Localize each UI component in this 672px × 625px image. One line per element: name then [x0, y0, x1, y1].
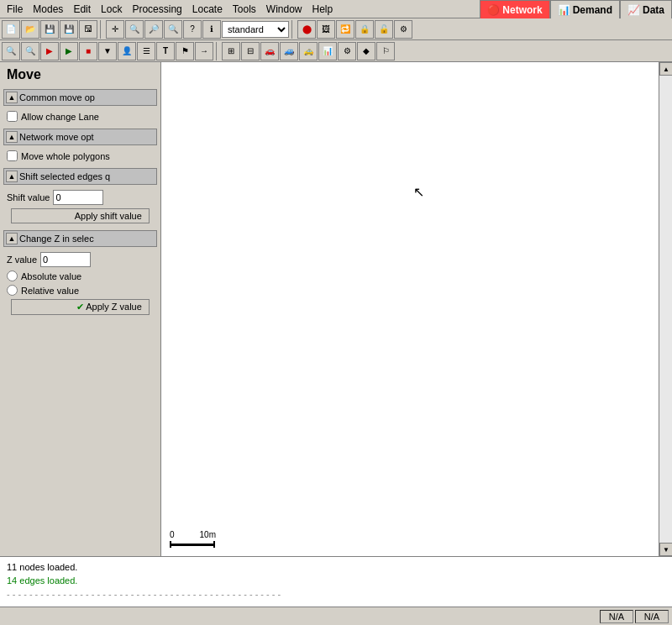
- coord2-cell: N/A: [635, 610, 669, 623]
- menu-window[interactable]: Window: [261, 2, 307, 17]
- menu-file[interactable]: File: [2, 2, 28, 17]
- coord1-cell: N/A: [600, 610, 633, 623]
- z-value-input[interactable]: [40, 252, 91, 267]
- zoom-out-btn[interactable]: 🔍: [21, 42, 39, 60]
- top-tabs: 🔴 Network 📊 Demand 📈 Data: [480, 0, 672, 18]
- mode-dropdown[interactable]: standard custom: [222, 21, 289, 38]
- change-z-section-header[interactable]: ▲ Change Z in selec: [3, 230, 157, 247]
- common-move-collapse[interactable]: ▲: [6, 92, 18, 103]
- common-move-label: Common move op: [19, 92, 95, 102]
- data-icon: 📈: [627, 4, 640, 16]
- down-btn[interactable]: ▼: [98, 42, 117, 60]
- flag-btn[interactable]: ⚑: [176, 42, 194, 60]
- network-icon: 🔴: [487, 4, 500, 16]
- change-z-content: Z value Absolute value Relative value ✔ …: [3, 249, 157, 318]
- shift-value-row: Shift value: [3, 188, 157, 207]
- lines-btn[interactable]: ☰: [137, 42, 155, 60]
- tab-network[interactable]: 🔴 Network: [480, 0, 549, 18]
- gear-btn[interactable]: ⚙: [338, 42, 356, 60]
- zoom2-btn[interactable]: 🔎: [144, 20, 163, 39]
- menu-locate[interactable]: Locate: [187, 2, 228, 17]
- zoom-btn[interactable]: 🔍: [125, 20, 144, 39]
- move-whole-polygons-row: Move whole polygons: [3, 149, 157, 163]
- grid2-btn[interactable]: ⊟: [241, 42, 260, 60]
- question-btn[interactable]: ?: [183, 20, 202, 39]
- arrow3-btn[interactable]: →: [195, 42, 213, 60]
- scale-label-10m: 10m: [200, 530, 216, 539]
- tool5-btn[interactable]: ⚙: [394, 20, 412, 39]
- menu-help[interactable]: Help: [307, 2, 339, 17]
- tab-data[interactable]: 📈 Data: [620, 0, 672, 18]
- sep3: [216, 42, 219, 60]
- network-move-content: Move whole polygons: [3, 147, 157, 165]
- demand-icon: 📊: [558, 4, 570, 16]
- shift-edges-content: Shift value Apply shift value: [3, 186, 157, 227]
- scroll-track[interactable]: [659, 76, 672, 543]
- absolute-radio[interactable]: [7, 270, 18, 281]
- menu-tools[interactable]: Tools: [228, 2, 261, 17]
- diamond-btn[interactable]: ◆: [357, 42, 375, 60]
- shift-edges-section-header[interactable]: ▲ Shift selected edges q: [3, 168, 157, 185]
- open-btn[interactable]: 📂: [21, 20, 39, 39]
- move-whole-polygons-checkbox[interactable]: [7, 150, 18, 161]
- menu-lock[interactable]: Lock: [96, 2, 127, 17]
- log-dashes: - - - - - - - - - - - - - - - - - - - - …: [7, 587, 665, 601]
- scroll-up-btn[interactable]: ▲: [659, 62, 672, 76]
- relative-radio[interactable]: [7, 285, 18, 296]
- z-value-label: Z value: [7, 255, 37, 265]
- shift-value-label: Shift value: [7, 192, 50, 202]
- status-area: 11 nodes loaded. 14 edges loaded. - - - …: [0, 556, 672, 607]
- allow-change-lane-checkbox[interactable]: [7, 111, 18, 122]
- shift-value-input[interactable]: [53, 190, 103, 205]
- flag2-btn[interactable]: ⚐: [376, 42, 395, 60]
- img-btn[interactable]: 🖼: [317, 20, 335, 39]
- panel-title: Move: [3, 66, 157, 84]
- save3-btn[interactable]: 🖫: [79, 20, 97, 39]
- inspect-btn[interactable]: 🔍: [164, 20, 182, 39]
- square-btn[interactable]: ■: [79, 42, 97, 60]
- log-line2: 14 edges loaded.: [7, 574, 665, 587]
- save-btn[interactable]: 💾: [40, 20, 59, 39]
- absolute-radio-row: Absolute value: [3, 269, 157, 283]
- tab-demand[interactable]: 📊 Demand: [550, 0, 620, 18]
- apply-z-button[interactable]: ✔ Apply Z value: [11, 299, 150, 315]
- grid-btn[interactable]: ⊞: [222, 42, 240, 60]
- toolbar1: 📄 📂 💾 💾 🖫 ✛ 🔍 🔎 🔍 ? ℹ standard custom ⬤ …: [0, 18, 672, 40]
- apply-shift-button[interactable]: Apply shift value: [11, 208, 150, 223]
- network-move-section-header[interactable]: ▲ Network move opt: [3, 129, 157, 145]
- main-content: Move ▲ Common move op Allow change Lane …: [0, 62, 672, 556]
- common-move-section-header[interactable]: ▲ Common move op: [3, 89, 157, 106]
- menu-edit[interactable]: Edit: [68, 2, 96, 17]
- relative-label: Relative value: [21, 286, 79, 296]
- unlock-btn[interactable]: 🔓: [375, 20, 393, 39]
- scroll-down-btn[interactable]: ▼: [659, 543, 672, 556]
- crosshair-btn[interactable]: ✛: [106, 20, 124, 39]
- green-btn[interactable]: 🔁: [336, 20, 354, 39]
- person-btn[interactable]: 👤: [118, 42, 136, 60]
- car2-btn[interactable]: 🚙: [280, 42, 298, 60]
- chart-btn[interactable]: 📊: [318, 42, 337, 60]
- zoom-in-btn[interactable]: 🔍: [2, 42, 20, 60]
- car3-btn[interactable]: 🚕: [299, 42, 318, 60]
- arrow2-btn[interactable]: ▶: [60, 42, 78, 60]
- network-move-label: Network move opt: [19, 132, 94, 142]
- red-circle-btn[interactable]: ⬤: [297, 20, 316, 39]
- network-move-collapse[interactable]: ▲: [6, 131, 18, 143]
- canvas-area[interactable]: ↖ 0 10m: [161, 62, 659, 556]
- car-btn[interactable]: 🚗: [260, 42, 279, 60]
- shift-edges-collapse[interactable]: ▲: [6, 171, 18, 182]
- apply-z-label: Apply Z value: [86, 302, 142, 312]
- lock-btn[interactable]: 🔒: [355, 20, 374, 39]
- relative-radio-row: Relative value: [3, 283, 157, 297]
- info-btn[interactable]: ℹ: [202, 20, 221, 39]
- menu-modes[interactable]: Modes: [28, 2, 68, 17]
- save2-btn[interactable]: 💾: [60, 20, 78, 39]
- tab-network-label: Network: [502, 4, 542, 16]
- text-btn[interactable]: T: [156, 42, 175, 60]
- new-btn[interactable]: 📄: [2, 20, 20, 39]
- change-z-collapse[interactable]: ▲: [6, 233, 18, 244]
- arrow-btn[interactable]: ▶: [40, 42, 59, 60]
- z-value-row: Z value: [3, 250, 157, 269]
- cursor-icon: ↖: [413, 184, 424, 200]
- menu-processing[interactable]: Processing: [127, 2, 186, 17]
